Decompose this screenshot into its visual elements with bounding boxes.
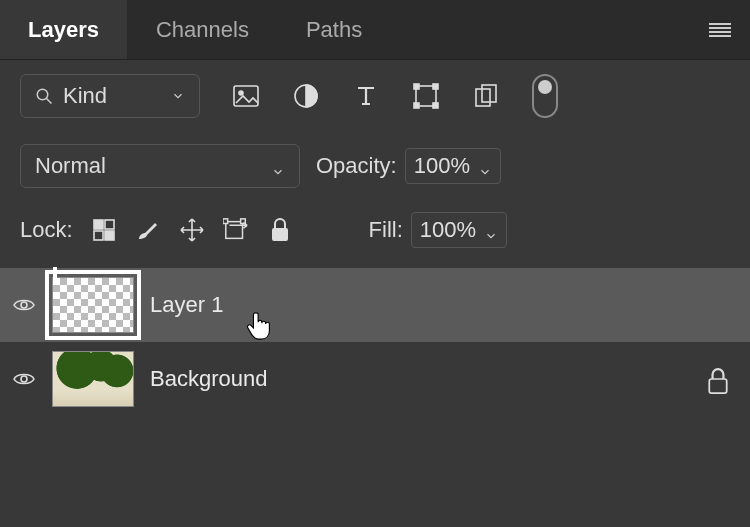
opacity-control: Opacity: 100% [316, 148, 501, 184]
visibility-eye-icon[interactable] [12, 293, 36, 317]
filter-kind-dropdown[interactable]: Kind [20, 74, 200, 118]
svg-rect-19 [272, 228, 288, 241]
chevron-down-icon [484, 223, 498, 237]
svg-rect-12 [94, 220, 103, 229]
lock-label: Lock: [20, 217, 73, 243]
fill-control: Fill: 100% [369, 212, 508, 248]
svg-rect-22 [709, 379, 726, 393]
lock-all-icon[interactable] [267, 217, 293, 243]
blend-row: Normal Opacity: 100% [0, 132, 750, 200]
lock-icon [706, 367, 730, 391]
search-icon [35, 87, 53, 105]
filter-kind-label: Kind [63, 83, 107, 109]
panel-menu-button[interactable] [690, 0, 750, 59]
opacity-value: 100% [414, 153, 470, 179]
blend-mode-dropdown[interactable]: Normal [20, 144, 300, 188]
layer-row[interactable]: Background [0, 342, 750, 416]
blend-mode-value: Normal [35, 153, 106, 179]
svg-line-1 [46, 98, 51, 103]
chevron-down-icon [171, 89, 185, 103]
lock-row: Lock: Fill: 100% [0, 200, 750, 260]
layer-row[interactable]: Layer 1 [0, 268, 750, 342]
menu-icon [709, 23, 731, 37]
opacity-value-box[interactable]: 100% [405, 148, 501, 184]
svg-point-0 [37, 89, 48, 100]
opacity-label: Opacity: [316, 153, 397, 179]
tab-paths[interactable]: Paths [278, 0, 391, 59]
filter-row: Kind [0, 60, 750, 132]
tab-layers[interactable]: Layers [0, 0, 128, 59]
fill-value: 100% [420, 217, 476, 243]
lock-move-icon[interactable] [179, 217, 205, 243]
svg-rect-13 [105, 220, 114, 229]
layer-name-label[interactable]: Layer 1 [150, 292, 730, 318]
fill-value-box[interactable]: 100% [411, 212, 507, 248]
layers-panel: Layers Channels Paths Kind [0, 0, 750, 527]
svg-rect-8 [414, 103, 419, 108]
lock-brush-icon[interactable] [135, 217, 161, 243]
visibility-eye-icon[interactable] [12, 367, 36, 391]
layer-list: Layer 1 Background [0, 268, 750, 416]
filter-smartobject-icon[interactable] [472, 82, 500, 110]
fill-label: Fill: [369, 217, 403, 243]
layer-thumbnail[interactable] [52, 351, 134, 407]
tab-paths-label: Paths [306, 17, 362, 43]
layer-thumbnail[interactable] [52, 277, 134, 333]
svg-point-3 [239, 91, 243, 95]
filter-pixel-icon[interactable] [232, 82, 260, 110]
svg-rect-6 [414, 84, 419, 89]
filter-icons [232, 74, 558, 118]
svg-rect-2 [234, 86, 258, 106]
tab-spacer [391, 0, 690, 59]
tab-layers-label: Layers [28, 17, 99, 43]
lock-artboard-icon[interactable] [223, 217, 249, 243]
svg-rect-14 [94, 231, 103, 240]
pill-dot [538, 80, 552, 94]
filter-toggle-pill[interactable] [532, 74, 558, 118]
filter-adjustment-icon[interactable] [292, 82, 320, 110]
filter-shape-icon[interactable] [412, 82, 440, 110]
svg-rect-9 [433, 103, 438, 108]
svg-rect-11 [482, 85, 496, 102]
svg-rect-7 [433, 84, 438, 89]
chevron-down-icon [478, 159, 492, 173]
tab-channels-label: Channels [156, 17, 249, 43]
filter-type-icon[interactable] [352, 82, 380, 110]
svg-point-20 [21, 302, 27, 308]
tab-channels[interactable]: Channels [128, 0, 278, 59]
svg-rect-17 [223, 219, 228, 224]
svg-rect-10 [476, 89, 490, 106]
lock-transparent-icon[interactable] [91, 217, 117, 243]
panel-tabbar: Layers Channels Paths [0, 0, 750, 60]
svg-rect-15 [105, 231, 114, 240]
layer-name-label[interactable]: Background [150, 366, 690, 392]
chevron-down-icon [271, 159, 285, 173]
svg-point-21 [21, 376, 27, 382]
